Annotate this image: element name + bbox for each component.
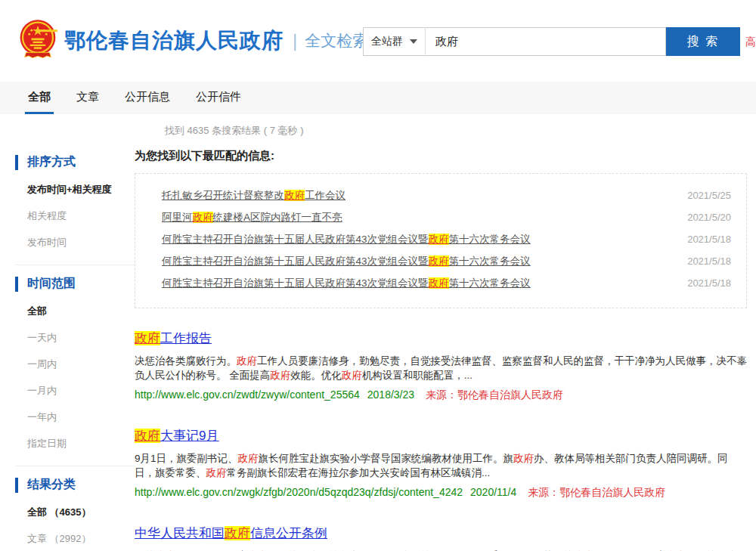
result-title-link[interactable]: 政府大事记9月 [135,429,218,443]
tab-public-letter[interactable]: 公开信件 [193,82,244,114]
keyword-highlight: 政府 [237,355,257,367]
site-subtitle: 全文检索 [305,30,368,51]
best-match-link[interactable]: 阿里河政府统建楼A区院内路灯一直不亮 [162,211,342,224]
tab-article[interactable]: 文章 [73,82,102,114]
keyword-highlight: 政府 [238,453,259,464]
text-part: 旗长何胜宝赴旗实验小学督导国家统编教材使用工作。旗 [259,453,514,464]
text-part: 9月1日，旗委副书记、 [135,453,238,464]
best-match-link[interactable]: 何胜宝主持召开自治旗第十五届人民政府第43次党组会议暨政府第十六次常务会议 [162,277,531,290]
section-accent-bar [15,155,18,170]
sidebar-filter-item[interactable]: 文章 （2992） [27,532,135,546]
result-snippet: 9月1日，旗委副书记、政府旗长何胜宝赴旗实验小学督导国家统编教材使用工作。旗政府… [135,451,747,480]
search-scope-select[interactable]: 全站群 [363,27,426,56]
best-match-link[interactable]: 何胜宝主持召开自治旗第十五届人民政府第43次党组会议暨政府第十六次常务会议 [162,233,531,246]
text-part: 第十六次常务会议 [449,234,531,245]
keyword-highlight: 政府 [284,190,305,201]
text-part: 托扎敏乡召开统计督察整改 [162,190,284,201]
text-part: 何胜宝主持召开自治旗第十五届人民政府第43次党组会议暨 [162,277,429,289]
sidebar-filter-item[interactable]: 全部 [27,305,135,318]
sidebar-section-title: 排序方式 [15,154,135,170]
result-source: 来源：鄂伦春自治旗人民政府 [528,486,665,498]
keyword-highlight: 政府 [193,212,213,223]
sidebar-section-title-text: 结果分类 [27,477,76,493]
search-result: 政府工作报告决惩治各类腐败行为。政府工作人员要廉洁修身，勤勉尽责，自觉接受法律监… [135,330,747,402]
keyword-highlight: 政府 [513,453,534,464]
sidebar-section-time-range: 时间范围全部一天内一周内一月内一年内指定日期 [15,265,135,466]
sidebar: 排序方式发布时间+相关程度相关程度发布时间时间范围全部一天内一周内一月内一年内指… [0,151,135,551]
sidebar-section-title-text: 时间范围 [27,276,76,292]
result-title-link[interactable]: 政府工作报告 [135,331,212,345]
best-match-date: 2021/5/18 [687,255,731,267]
sidebar-filter-item[interactable]: 一月内 [27,384,135,398]
result-meta: http://www.elc.gov.cn/zwdt/zwyw/content_… [135,388,747,402]
result-url-link[interactable]: http://www.elc.gov.cn/zwgk/zfgb/2020n/d5… [135,486,463,498]
chevron-down-icon [410,39,417,44]
sidebar-filter-item[interactable]: 指定日期 [27,437,135,450]
section-accent-bar [15,478,18,493]
sidebar-filter-item[interactable]: 一周内 [27,358,135,371]
text-part: 工作会议 [305,190,345,201]
sidebar-filter-item[interactable]: 全部 （4635） [27,506,135,519]
best-match-link[interactable]: 何胜宝主持召开自治旗第十五届人民政府第43次党组会议暨政府第十六次常务会议 [162,255,531,268]
result-date: 2020/11/4 [470,486,516,498]
text-part: 统建楼A区院内路灯一直不亮 [213,212,342,223]
sidebar-section-title: 结果分类 [15,477,135,493]
best-match-row: 托扎敏乡召开统计督察整改政府工作会议2021/5/25 [162,189,731,203]
results-list: 政府工作报告决惩治各类腐败行为。政府工作人员要廉洁修身，勤勉尽责，自觉接受法律监… [135,330,747,551]
best-match-link[interactable]: 托扎敏乡召开统计督察整改政府工作会议 [162,189,345,203]
search-stats: 找到 4635 条搜索结果 ( 7 毫秒 ) [165,124,756,138]
search-result: 中华人民共和国政府信息公开条例作的政府信息，由制作该政府信息的行政机关负责公开。… [135,525,747,551]
search-result: 政府大事记9月9月1日，旗委副书记、政府旗长何胜宝赴旗实验小学督导国家统编教材使… [135,427,747,500]
sidebar-filter-item[interactable]: 相关程度 [27,209,135,223]
text-part: 中华人民共和国 [135,526,225,540]
text-part: 何胜宝主持召开自治旗第十五届人民政府第43次党组会议暨 [162,234,429,245]
title-separator: | [293,30,297,51]
text-part: 何胜宝主持召开自治旗第十五届人民政府第43次党组会议暨 [162,255,429,267]
best-match-row: 何胜宝主持召开自治旗第十五届人民政府第43次党组会议暨政府第十六次常务会议202… [162,233,731,246]
text-part: 第十六次常务会议 [449,277,531,289]
text-part: 第十六次常务会议 [449,255,531,267]
tab-all[interactable]: 全部 [25,82,54,114]
keyword-highlight: 政府 [342,370,362,381]
keyword-highlight: 政府 [429,277,449,289]
sidebar-filter-item[interactable]: 一年内 [27,410,135,424]
sidebar-section-title-text: 排序方式 [27,154,76,170]
sidebar-filter-item[interactable]: 一天内 [27,331,135,345]
text-part: 大事记9月 [160,429,218,443]
best-match-date: 2021/5/20 [687,212,731,223]
sidebar-filter-item[interactable]: 发布时间 [27,236,135,249]
page-header: 鄂伦春自治旗人民政府 | 全文检索 全站群 搜 索 高级搜索 [0,0,756,82]
best-match-row: 何胜宝主持召开自治旗第十五届人民政府第43次党组会议暨政府第十六次常务会议202… [162,255,731,268]
result-title-link[interactable]: 中华人民共和国政府信息公开条例 [135,526,327,540]
best-match-list: 托扎敏乡召开统计督察整改政府工作会议2021/5/25阿里河政府统建楼A区院内路… [135,173,747,308]
national-emblem-icon [18,18,57,63]
main-results-area: 为您找到以下最匹配的信息: 托扎敏乡召开统计督察整改政府工作会议2021/5/2… [135,142,756,551]
result-source: 来源：鄂伦春自治旗人民政府 [426,388,563,401]
sidebar-section-category: 结果分类全部 （4635）文章 （2992）公开信息 （1630）公开信件 （1… [15,466,135,551]
result-date: 2018/3/23 [367,388,414,401]
search-input[interactable] [426,27,666,56]
result-snippet: 决惩治各类腐败行为。政府工作人员要廉洁修身，勤勉尽责，自觉接受法律监督、监察监督… [135,354,747,382]
text-part: 决惩治各类腐败行为。 [135,355,237,367]
keyword-highlight: 政府 [429,234,449,245]
section-accent-bar [15,277,18,292]
advanced-search-link[interactable]: 高级搜索 [745,36,756,49]
best-match-row: 何胜宝主持召开自治旗第十五届人民政府第43次党组会议暨政府第十六次常务会议202… [162,277,731,290]
text-part: 信息公开条例 [250,526,327,540]
sidebar-section-sort: 排序方式发布时间+相关程度相关程度发布时间 [15,151,135,265]
best-match-row: 阿里河政府统建楼A区院内路灯一直不亮2021/5/20 [162,211,731,224]
text-part: 机构设置和职能配置，... [362,370,472,381]
keyword-highlight: 政府 [135,331,160,345]
best-match-date: 2021/5/18 [687,234,731,245]
tab-public-info[interactable]: 公开信息 [122,82,173,114]
keyword-highlight: 政府 [206,467,227,478]
search-group: 全站群 搜 索 [363,27,740,56]
best-match-date: 2021/5/25 [687,190,731,201]
result-url-link[interactable]: http://www.elc.gov.cn/zwdt/zwyw/content_… [135,388,360,401]
sidebar-filter-item[interactable]: 发布时间+相关程度 [27,183,135,197]
site-title: 鄂伦春自治旗人民政府 [64,26,284,55]
text-part: 常务副旗长邵宏君在海拉尔参加大兴安岭国有林区城镇消... [227,467,491,478]
keyword-highlight: 政府 [429,255,449,267]
text-part: 阿里河 [162,212,193,223]
search-button[interactable]: 搜 索 [666,27,740,56]
